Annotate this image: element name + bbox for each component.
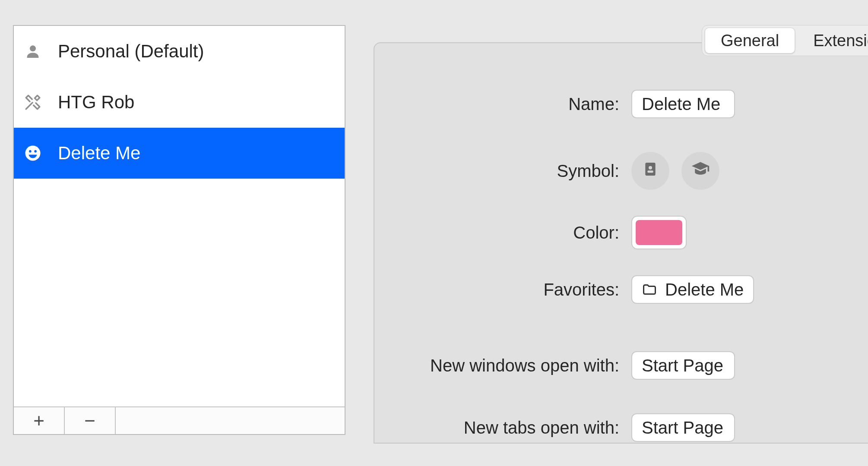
favorites-label: Favorites: — [374, 280, 631, 299]
profile-label: HTG Rob — [58, 92, 134, 113]
new-tabs-label: New tabs open with: — [374, 418, 631, 438]
minus-icon: − — [84, 410, 95, 431]
profiles-list: Personal (Default) HTG Rob — [14, 26, 345, 406]
color-label: Color: — [374, 223, 631, 242]
name-label: Name: — [374, 94, 631, 114]
svg-point-1 — [25, 146, 41, 161]
symbol-label: Symbol: — [374, 161, 631, 181]
favorites-value: Delete Me — [665, 280, 744, 299]
new-windows-value: Start Page — [642, 356, 723, 375]
symbol-option-graduation[interactable] — [681, 152, 719, 190]
color-picker[interactable] — [631, 216, 687, 249]
svg-point-2 — [29, 150, 32, 153]
tools-icon — [22, 92, 43, 113]
new-tabs-value: Start Page — [642, 418, 723, 438]
svg-point-0 — [30, 45, 36, 51]
new-windows-label: New windows open with: — [374, 356, 631, 375]
profiles-sidebar: Personal (Default) HTG Rob — [13, 25, 345, 435]
tab-extensions[interactable]: Extensions — [798, 28, 868, 54]
profile-detail-panel: Name: Delete Me Symbol: — [374, 42, 868, 444]
form-row-symbol: Symbol: — [374, 152, 868, 190]
form-row-new-tabs: New tabs open with: Start Page — [374, 413, 868, 442]
color-swatch — [636, 220, 682, 245]
id-card-icon — [642, 161, 659, 182]
tab-label: Extensions — [813, 31, 868, 50]
form-row-color: Color: — [374, 216, 868, 249]
symbol-option-id-card[interactable] — [631, 152, 669, 190]
profile-row-htg-rob[interactable]: HTG Rob — [14, 77, 345, 128]
svg-rect-6 — [647, 170, 653, 173]
profile-label: Personal (Default) — [58, 41, 204, 62]
svg-point-5 — [649, 166, 652, 169]
new-tabs-dropdown[interactable]: Start Page — [631, 413, 735, 442]
detail-tab-bar: General Extensions — [702, 25, 868, 56]
profile-label: Delete Me — [58, 143, 140, 164]
svg-point-3 — [34, 150, 37, 153]
folder-icon — [642, 282, 657, 297]
remove-profile-button[interactable]: − — [65, 407, 116, 434]
tab-label: General — [721, 31, 779, 50]
form-row-name: Name: Delete Me — [374, 90, 868, 118]
favorites-dropdown[interactable]: Delete Me — [631, 275, 754, 304]
plus-icon: + — [33, 410, 44, 431]
form-row-favorites: Favorites: Delete Me — [374, 275, 868, 304]
profile-form: Name: Delete Me Symbol: — [374, 90, 868, 442]
name-input[interactable]: Delete Me — [631, 90, 735, 118]
profile-row-delete-me[interactable]: Delete Me — [14, 128, 345, 179]
name-value: Delete Me — [642, 94, 720, 114]
add-profile-button[interactable]: + — [14, 407, 65, 434]
profile-row-personal[interactable]: Personal (Default) — [14, 26, 345, 77]
person-icon — [22, 41, 43, 62]
graduation-cap-icon — [691, 160, 710, 183]
smiley-icon — [22, 143, 43, 164]
sidebar-footer: + − — [14, 406, 345, 434]
tab-general[interactable]: General — [705, 28, 795, 54]
form-row-new-windows: New windows open with: Start Page — [374, 351, 868, 380]
new-windows-dropdown[interactable]: Start Page — [631, 351, 735, 380]
